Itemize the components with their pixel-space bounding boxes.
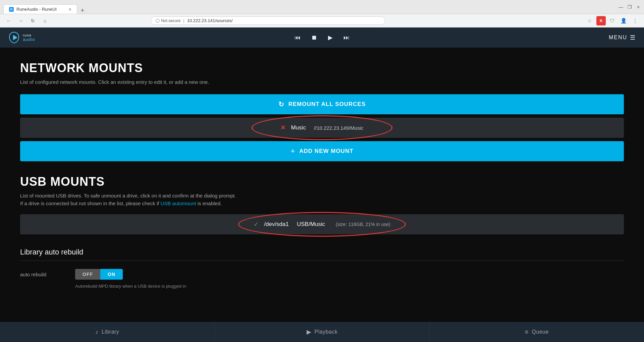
playback-tab[interactable]: ▶ Playback xyxy=(215,322,429,342)
play-btn[interactable]: ▶ xyxy=(328,34,333,41)
app-header: rune audio ⏮ ⏹ ▶ ⏭ MENU ☰ xyxy=(0,27,644,48)
library-icon: ♪ xyxy=(95,329,98,336)
forward-btn[interactable]: → xyxy=(16,16,25,25)
new-tab-btn[interactable]: + xyxy=(77,7,88,14)
logo-text: rune audio xyxy=(23,33,35,42)
usb-mounts-section: USB MOUNTS List of mounted USB drives. T… xyxy=(20,175,624,234)
network-mounts-title: NETWORK MOUNTS xyxy=(20,61,624,75)
usb-mounts-title: USB MOUNTS xyxy=(20,175,624,189)
auto-rebuild-row: auto rebuild OFF ON xyxy=(20,269,624,280)
usb-detail: (size: 116GB, 21% in use) xyxy=(336,222,390,227)
security-indicator: i Not secure xyxy=(156,18,180,23)
refresh-btn[interactable]: ↻ xyxy=(28,16,38,25)
usb-desc1: List of mounted USB drives. To safe unmo… xyxy=(20,193,624,198)
home-btn[interactable]: ⌂ xyxy=(40,16,50,25)
queue-icon: ≡ xyxy=(525,329,529,336)
remount-label: REMOUNT ALL SOURCES xyxy=(288,101,366,108)
toggle-off-btn[interactable]: OFF xyxy=(75,269,100,280)
usb-mount-wrapper: ✓ /dev/sda1 USB/Music (size: 116GB, 21% … xyxy=(20,214,624,234)
add-icon: + xyxy=(290,147,295,156)
maximize-btn[interactable]: ❐ xyxy=(627,5,632,9)
window-controls: — ❐ × xyxy=(619,5,641,9)
bottom-bar: ♪ Library ▶ Playback ≡ Queue xyxy=(0,322,644,342)
toggle-on-btn[interactable]: ON xyxy=(100,269,123,280)
next-btn[interactable]: ⏭ xyxy=(343,34,350,41)
logo: rune audio xyxy=(8,32,35,44)
active-tab[interactable]: R RuneAudio - RuneUI × xyxy=(3,4,77,14)
library-title: Library auto rebuild xyxy=(20,248,624,256)
mount-name: Music xyxy=(291,124,306,131)
browser-tabs: R RuneAudio - RuneUI × + xyxy=(3,0,616,14)
minimize-btn[interactable]: — xyxy=(619,5,623,9)
toolbar-actions: ☆ R 🛡 👤 ⋮ xyxy=(585,16,640,25)
mount-error-icon: ✕ xyxy=(280,124,285,131)
section-divider xyxy=(20,261,624,261)
extension2-icon[interactable]: 🛡 xyxy=(608,16,617,25)
network-mounts-section: NETWORK MOUNTS List of configured networ… xyxy=(20,61,624,161)
mount-ok-icon: ✓ xyxy=(254,221,259,228)
browser-toolbar: ← → ↻ ⌂ i Not secure | 10.222.23.141/sou… xyxy=(0,14,644,27)
library-tab[interactable]: ♪ Library xyxy=(0,322,215,342)
rebuild-hint: Autorebuild MPD library when a USB devic… xyxy=(75,284,624,289)
extension3-icon[interactable]: 👤 xyxy=(619,16,629,25)
music-mount-wrapper: ✕ Music //10.222.23.149/Music xyxy=(20,118,624,138)
bookmark-icon[interactable]: ☆ xyxy=(585,16,594,25)
url-display: 10.222.23.141/sources/ xyxy=(187,18,233,23)
usb-device: /dev/sda1 xyxy=(264,221,289,228)
rebuild-label: auto rebuild xyxy=(20,272,67,277)
usb-label: USB/Music xyxy=(297,221,325,228)
extension1-icon[interactable]: R xyxy=(596,16,606,25)
player-controls: ⏮ ⏹ ▶ ⏭ xyxy=(294,34,350,41)
address-bar[interactable]: i Not secure | 10.222.23.141/sources/ xyxy=(151,16,385,25)
remount-all-btn[interactable]: ↻ REMOUNT ALL SOURCES xyxy=(20,94,624,114)
menu-btn[interactable]: MENU ☰ xyxy=(609,34,636,41)
info-icon: i xyxy=(156,19,160,23)
usb-desc2: If a drive is connected but not shown in… xyxy=(20,201,624,206)
svg-text:i: i xyxy=(158,20,158,22)
queue-tab[interactable]: ≡ Queue xyxy=(430,322,644,342)
close-btn[interactable]: × xyxy=(636,5,641,9)
browser-chrome: R RuneAudio - RuneUI × + — ❐ × xyxy=(0,0,644,14)
playback-label: Playback xyxy=(315,329,338,335)
tab-favicon: R xyxy=(9,7,14,12)
stop-btn[interactable]: ⏹ xyxy=(311,34,317,41)
queue-label: Queue xyxy=(532,329,549,335)
music-mount-entry[interactable]: ✕ Music //10.222.23.149/Music xyxy=(20,118,624,138)
prev-btn[interactable]: ⏮ xyxy=(294,34,301,41)
remount-icon: ↻ xyxy=(278,100,284,108)
back-btn[interactable]: ← xyxy=(4,16,13,25)
usb-automount-link[interactable]: USB automount xyxy=(161,201,196,206)
add-mount-label: ADD NEW MOUNT xyxy=(299,148,353,155)
mount-path: //10.222.23.149/Music xyxy=(314,125,364,131)
rebuild-toggle[interactable]: OFF ON xyxy=(75,269,123,280)
library-label: Library xyxy=(102,329,119,335)
tab-close-btn[interactable]: × xyxy=(69,7,71,12)
library-section: Library auto rebuild auto rebuild OFF ON… xyxy=(20,248,624,289)
menu-label: MENU xyxy=(609,35,627,41)
tab-title: RuneAudio - RuneUI xyxy=(16,7,57,12)
logo-icon xyxy=(8,32,20,44)
usb-mount-entry[interactable]: ✓ /dev/sda1 USB/Music (size: 116GB, 21% … xyxy=(20,214,624,234)
network-mounts-desc: List of configured network mounts. Click… xyxy=(20,79,624,85)
hamburger-icon: ☰ xyxy=(630,34,636,41)
playback-icon: ▶ xyxy=(307,328,311,336)
more-options-icon[interactable]: ⋮ xyxy=(631,16,640,25)
main-content: NETWORK MOUNTS List of configured networ… xyxy=(0,48,644,333)
add-mount-btn[interactable]: + ADD NEW MOUNT xyxy=(20,141,624,161)
